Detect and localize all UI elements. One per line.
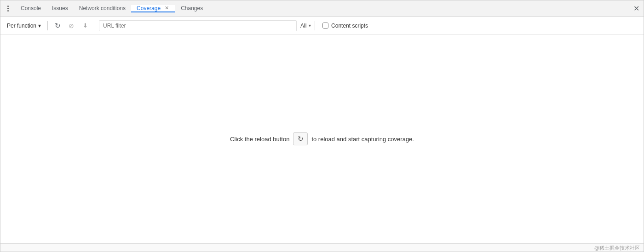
content-scripts-checkbox[interactable] [322,23,328,29]
tab-issues[interactable]: Issues [46,5,74,12]
tab-network-conditions[interactable]: Network conditions [74,5,131,12]
content-scripts-area: Content scripts [322,23,368,29]
toolbar-divider-3 [315,21,315,30]
watermark: @稀土掘金技术社区 [594,245,640,252]
three-dots-icon [7,6,9,11]
main-content: Click the reload button ↻ to reload and … [0,34,644,243]
message-before: Click the reload button [230,136,289,143]
toolbar: Per function ▾ ↻ ⊘ ⬇ All ▾ Content scrip… [0,17,644,34]
tab-coverage[interactable]: Coverage ✕ [131,5,175,12]
tab-console[interactable]: Console [15,5,46,12]
url-filter-input[interactable] [99,20,297,31]
per-function-label: Per function [7,23,36,29]
tab-network-conditions-label: Network conditions [79,5,126,11]
reload-button[interactable]: ↻ [52,20,63,32]
tab-bar-left: Console Issues Network conditions Covera… [2,2,631,15]
reload-button-inline[interactable]: ↻ [293,132,308,145]
tab-coverage-label: Coverage [137,5,161,11]
per-function-dropdown[interactable]: Per function ▾ [4,21,44,30]
tab-changes[interactable]: Changes [175,5,208,12]
message-after: to reload and start capturing coverage. [311,136,414,143]
type-filter-select[interactable]: All [300,23,313,29]
reload-message: Click the reload button ↻ to reload and … [230,132,414,145]
per-function-arrow: ▾ [38,23,41,29]
toolbar-divider-2 [95,21,95,30]
content-scripts-label[interactable]: Content scripts [331,23,368,29]
tab-coverage-close[interactable]: ✕ [163,5,170,11]
download-icon: ⬇ [83,22,88,29]
tab-console-label: Console [21,5,41,11]
block-button[interactable]: ⊘ [65,20,77,32]
tab-bar: Console Issues Network conditions Covera… [0,0,644,17]
footer: @稀土掘金技术社区 [0,243,644,252]
type-filter-wrapper: All ▾ [300,23,311,29]
devtools-close-button[interactable]: ✕ [631,3,642,14]
download-button[interactable]: ⬇ [79,20,91,32]
reload-inline-icon: ↻ [298,135,304,143]
tab-issues-label: Issues [52,5,68,11]
block-icon: ⊘ [69,22,74,29]
tab-changes-label: Changes [181,5,203,11]
toolbar-divider-1 [47,21,48,30]
refresh-icon: ↻ [55,22,61,30]
more-button[interactable] [2,2,13,15]
